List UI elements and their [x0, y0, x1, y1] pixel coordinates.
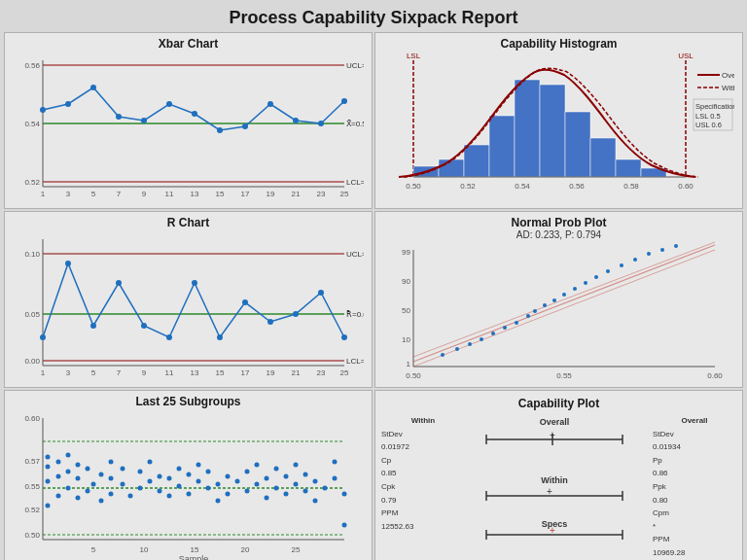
svg-point-175: [234, 479, 239, 484]
svg-point-170: [205, 470, 210, 474]
svg-text:0.50: 0.50: [24, 531, 40, 540]
svg-point-151: [108, 460, 113, 465]
svg-point-150: [108, 476, 113, 481]
svg-rect-32: [439, 159, 464, 177]
overall-stdev-label: StDev: [653, 428, 736, 441]
svg-point-131: [45, 504, 50, 508]
svg-text:21: 21: [291, 190, 300, 198]
svg-text:0.00: 0.00: [24, 357, 40, 366]
svg-text:0.55: 0.55: [556, 371, 572, 380]
svg-point-168: [196, 463, 200, 468]
svg-point-183: [273, 467, 278, 472]
svg-point-148: [98, 472, 103, 477]
svg-text:9: 9: [141, 190, 146, 198]
xbar-mean-label: X̄=0.54646: [346, 120, 364, 128]
svg-point-145: [85, 489, 89, 494]
svg-point-192: [322, 486, 327, 491]
svg-point-81: [341, 334, 347, 340]
svg-point-103: [533, 309, 537, 313]
svg-text:19: 19: [266, 368, 274, 377]
overall-stats: Overall StDev 0.01934 Pp 0.86 Ppk 0.80 C…: [651, 410, 738, 560]
xbar-chart-panel: Xbar Chart Sample Mean UCL=0.57578 X̄=0.…: [4, 32, 373, 209]
svg-text:25: 25: [339, 368, 348, 377]
svg-point-195: [341, 492, 346, 497]
svg-point-178: [254, 482, 259, 487]
svg-point-78: [267, 319, 273, 325]
svg-text:23: 23: [316, 190, 325, 198]
svg-text:15: 15: [215, 190, 224, 198]
legend-within: Within: [722, 84, 734, 92]
svg-point-24: [192, 111, 197, 117]
rchart-ucl-label: UCL=0.0918: [346, 250, 364, 259]
svg-point-112: [633, 258, 637, 262]
svg-point-133: [45, 465, 50, 470]
svg-text:+: +: [550, 430, 555, 440]
svg-point-171: [215, 482, 220, 487]
rchart-line: [43, 263, 344, 337]
svg-point-182: [273, 486, 278, 491]
svg-text:11: 11: [164, 368, 173, 377]
capability-title: Capability Plot: [518, 397, 599, 410]
overall-pp-val: 0.86: [653, 467, 736, 480]
svg-point-111: [620, 263, 623, 267]
svg-point-105: [552, 298, 556, 302]
svg-point-187: [293, 463, 298, 468]
svg-text:0.57: 0.57: [24, 457, 40, 466]
rchart-title: R Chart: [167, 216, 209, 229]
svg-point-132: [45, 479, 50, 484]
svg-point-110: [606, 269, 610, 273]
svg-point-20: [90, 85, 96, 90]
svg-text:25: 25: [339, 190, 348, 198]
within-header: Within: [381, 414, 465, 428]
overall-ppm-label: PPM: [653, 533, 736, 546]
overall-ppk-val: 0.80: [653, 494, 736, 508]
rchart-panel: R Chart Sample Range UCL=0.0918 R̄=0.040…: [4, 211, 373, 388]
svg-point-72: [116, 280, 122, 286]
svg-point-79: [293, 311, 299, 317]
svg-point-152: [120, 482, 124, 487]
svg-point-23: [166, 101, 172, 107]
normalprob-svg: 1 10 50 90 99 0.50 0.55 0.60: [384, 240, 734, 384]
svg-text:5: 5: [90, 545, 95, 554]
usl-spec: USL 0.6: [695, 121, 722, 129]
svg-point-147: [98, 499, 103, 504]
svg-point-181: [264, 476, 268, 481]
overall-pp-label: Pp: [653, 454, 736, 468]
svg-point-102: [526, 314, 530, 318]
capability-panel: Capability Plot Within StDev 0.01972 Cp …: [374, 390, 743, 560]
svg-point-19: [65, 101, 71, 107]
svg-point-142: [75, 496, 80, 501]
overall-header: Overall: [653, 414, 736, 428]
svg-point-107: [573, 287, 577, 291]
svg-point-108: [584, 281, 587, 285]
svg-text:0.54: 0.54: [515, 182, 530, 191]
svg-point-109: [594, 275, 598, 279]
svg-text:3: 3: [65, 368, 70, 377]
rchart-lcl-label: LCL=0: [346, 357, 364, 366]
svg-point-169: [205, 486, 210, 491]
subgroups-svg: Values 0.50 0.52 0.55 0.57 0.60 5 10 15 …: [14, 408, 364, 560]
svg-text:0.52: 0.52: [460, 182, 476, 191]
svg-point-177: [244, 489, 249, 494]
svg-point-22: [141, 118, 147, 123]
svg-point-165: [186, 492, 191, 497]
svg-rect-33: [464, 145, 489, 177]
svg-text:1: 1: [40, 368, 45, 377]
svg-text:0.56: 0.56: [24, 61, 40, 70]
normalprob-title: Normal Prob Plot: [511, 216, 606, 229]
svg-point-156: [137, 470, 142, 474]
svg-point-134: [45, 455, 50, 460]
svg-text:10: 10: [402, 335, 410, 344]
overall-cpm-val: *: [653, 520, 736, 534]
svg-point-179: [254, 463, 259, 468]
svg-point-189: [302, 472, 307, 477]
svg-point-180: [264, 496, 268, 501]
svg-point-69: [40, 334, 46, 340]
svg-point-28: [293, 118, 299, 123]
svg-text:7: 7: [116, 368, 121, 377]
svg-text:21: 21: [291, 368, 300, 377]
svg-text:1: 1: [40, 190, 45, 198]
svg-rect-37: [565, 112, 590, 177]
svg-point-194: [332, 460, 337, 465]
within-cpk-val: 0.79: [381, 494, 465, 508]
